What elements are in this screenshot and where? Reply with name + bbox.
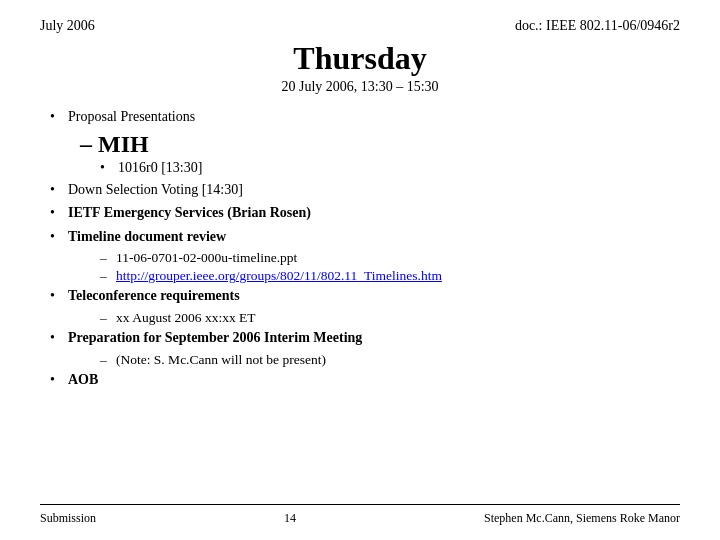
mih-sub-bullet: • bbox=[100, 160, 118, 176]
title-section: Thursday 20 July 2006, 13:30 – 15:30 bbox=[40, 40, 680, 95]
list-item-7: • AOB bbox=[50, 370, 680, 390]
list-item-5: • Teleconference requirements bbox=[50, 286, 680, 306]
dash-4-text: (Note: S. Mc.Cann will not be present) bbox=[116, 352, 326, 368]
header-right: doc.: IEEE 802.11-06/0946r2 bbox=[515, 18, 680, 34]
bullet-6: • bbox=[50, 328, 68, 348]
dash-4: – bbox=[100, 352, 116, 368]
dash-item-4: – (Note: S. Mc.Cann will not be present) bbox=[50, 352, 680, 368]
content: • Proposal Presentations – MIH • 1016r0 … bbox=[40, 107, 680, 504]
footer-right: Stephen Mc.Cann, Siemens Roke Manor bbox=[484, 511, 680, 526]
dash-1-text: 11-06-0701-02-000u-timeline.ppt bbox=[116, 250, 297, 266]
dash-item-3: – xx August 2006 xx:xx ET bbox=[50, 310, 680, 326]
bullet-4: • bbox=[50, 227, 68, 247]
mih-title: – MIH bbox=[80, 131, 680, 158]
dash-3: – bbox=[100, 310, 116, 326]
bullet-7: • bbox=[50, 370, 68, 390]
footer-center: 14 bbox=[284, 511, 296, 526]
bullet-5: • bbox=[50, 286, 68, 306]
bullet-2: • bbox=[50, 180, 68, 200]
list-item-2: • Down Selection Voting [14:30] bbox=[50, 180, 680, 200]
header-bar: July 2006 doc.: IEEE 802.11-06/0946r2 bbox=[40, 18, 680, 34]
bullet-6-text: Preparation for September 2006 Interim M… bbox=[68, 328, 362, 348]
mih-block: – MIH • 1016r0 [13:30] bbox=[50, 131, 680, 176]
bullet-5-text: Teleconference requirements bbox=[68, 286, 240, 306]
bullet-1: • bbox=[50, 107, 68, 127]
footer-bar: Submission 14 Stephen Mc.Cann, Siemens R… bbox=[40, 504, 680, 526]
dash-3-text: xx August 2006 xx:xx ET bbox=[116, 310, 256, 326]
bullet-3-text: IETF Emergency Services (Brian Rosen) bbox=[68, 203, 311, 223]
page: July 2006 doc.: IEEE 802.11-06/0946r2 Th… bbox=[0, 0, 720, 540]
dash-item-2: – http://grouper.ieee.org/groups/802/11/… bbox=[50, 268, 680, 284]
mih-sub-text: 1016r0 [13:30] bbox=[118, 160, 202, 176]
dash-1: – bbox=[100, 250, 116, 266]
bullet-7-text: AOB bbox=[68, 370, 98, 390]
list-item-1: • Proposal Presentations bbox=[50, 107, 680, 127]
list-item-4: • Timeline document review bbox=[50, 227, 680, 247]
header-left: July 2006 bbox=[40, 18, 95, 34]
bullet-3: • bbox=[50, 203, 68, 223]
list-item-6: • Preparation for September 2006 Interim… bbox=[50, 328, 680, 348]
list-item-3: • IETF Emergency Services (Brian Rosen) bbox=[50, 203, 680, 223]
dash-2-link[interactable]: http://grouper.ieee.org/groups/802/11/80… bbox=[116, 268, 442, 284]
main-title: Thursday bbox=[40, 40, 680, 77]
bullet-4-text: Timeline document review bbox=[68, 227, 226, 247]
footer-left: Submission bbox=[40, 511, 96, 526]
mih-sub: • 1016r0 [13:30] bbox=[80, 160, 680, 176]
subtitle: 20 July 2006, 13:30 – 15:30 bbox=[40, 79, 680, 95]
dash-item-1: – 11-06-0701-02-000u-timeline.ppt bbox=[50, 250, 680, 266]
bullet-2-text: Down Selection Voting [14:30] bbox=[68, 180, 243, 200]
dash-2: – bbox=[100, 268, 116, 284]
bullet-1-text: Proposal Presentations bbox=[68, 107, 195, 127]
